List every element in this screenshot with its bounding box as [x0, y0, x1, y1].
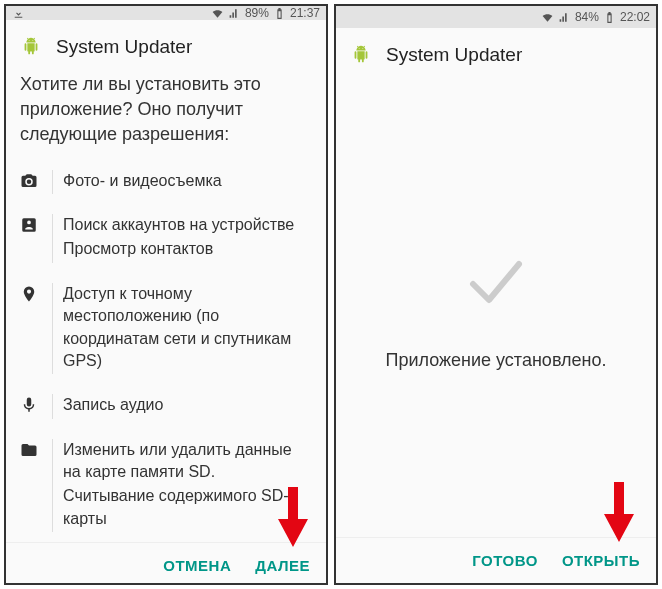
- installed-body: Приложение установлено.: [336, 80, 656, 537]
- android-icon: [350, 44, 372, 66]
- contacts-icon: [20, 214, 42, 234]
- battery-icon: [603, 11, 616, 24]
- phone-install-complete: 84% 22:02 System Updater Приложение уста…: [334, 4, 658, 585]
- battery-icon: [273, 7, 286, 20]
- signal-icon: [228, 7, 241, 20]
- wifi-icon: [211, 7, 224, 20]
- checkmark-icon: [461, 246, 531, 320]
- permission-row-mic: Запись аудио: [20, 384, 312, 428]
- permission-row-contacts: Поиск аккаунтов на устройстве Просмотр к…: [20, 204, 312, 273]
- dialog-footer: ОТМЕНА ДАЛЕЕ: [6, 542, 326, 585]
- statusbar: 89% 21:37: [6, 6, 326, 20]
- permission-text: Считывание содержимого SD-карты: [63, 485, 312, 530]
- permission-row-location: Доступ к точному местоположению (по коор…: [20, 273, 312, 385]
- installed-text: Приложение установлено.: [386, 350, 607, 371]
- permission-row-storage: Изменить или удалить данные на карте пам…: [20, 429, 312, 543]
- open-button[interactable]: ОТКРЫТЬ: [562, 552, 640, 569]
- clock-time: 21:37: [290, 6, 320, 20]
- phone-install-prompt: 89% 21:37 System Updater Хотите ли вы ус…: [4, 4, 328, 585]
- permission-text: Запись аудио: [63, 394, 312, 416]
- folder-icon: [20, 439, 42, 459]
- permission-text: Поиск аккаунтов на устройстве: [63, 214, 312, 236]
- signal-icon: [558, 11, 571, 24]
- cancel-button[interactable]: ОТМЕНА: [163, 557, 231, 574]
- clock-time: 22:02: [620, 10, 650, 24]
- app-title: System Updater: [386, 44, 522, 66]
- permission-text: Изменить или удалить данные на карте пам…: [63, 439, 312, 484]
- location-icon: [20, 283, 42, 303]
- dialog-footer: ГОТОВО ОТКРЫТЬ: [336, 537, 656, 583]
- next-button[interactable]: ДАЛЕЕ: [255, 557, 310, 574]
- permission-text: Фото- и видеосъемка: [63, 170, 312, 192]
- battery-percent: 84%: [575, 10, 599, 24]
- permission-text: Просмотр контактов: [63, 238, 312, 260]
- done-button[interactable]: ГОТОВО: [472, 552, 538, 569]
- app-header: System Updater: [6, 20, 326, 72]
- permission-row-camera: Фото- и видеосъемка: [20, 160, 312, 204]
- battery-percent: 89%: [245, 6, 269, 20]
- statusbar: 84% 22:02: [336, 6, 656, 28]
- install-prompt-text: Хотите ли вы установить это приложение? …: [6, 72, 326, 160]
- wifi-icon: [541, 11, 554, 24]
- mic-icon: [20, 394, 42, 414]
- app-header: System Updater: [336, 28, 656, 80]
- camera-icon: [20, 170, 42, 190]
- permission-text: Доступ к точному местоположению (по коор…: [63, 283, 312, 373]
- android-icon: [20, 36, 42, 58]
- download-icon: [12, 7, 25, 20]
- permissions-list: Фото- и видеосъемка Поиск аккаунтов на у…: [6, 160, 326, 543]
- app-title: System Updater: [56, 36, 192, 58]
